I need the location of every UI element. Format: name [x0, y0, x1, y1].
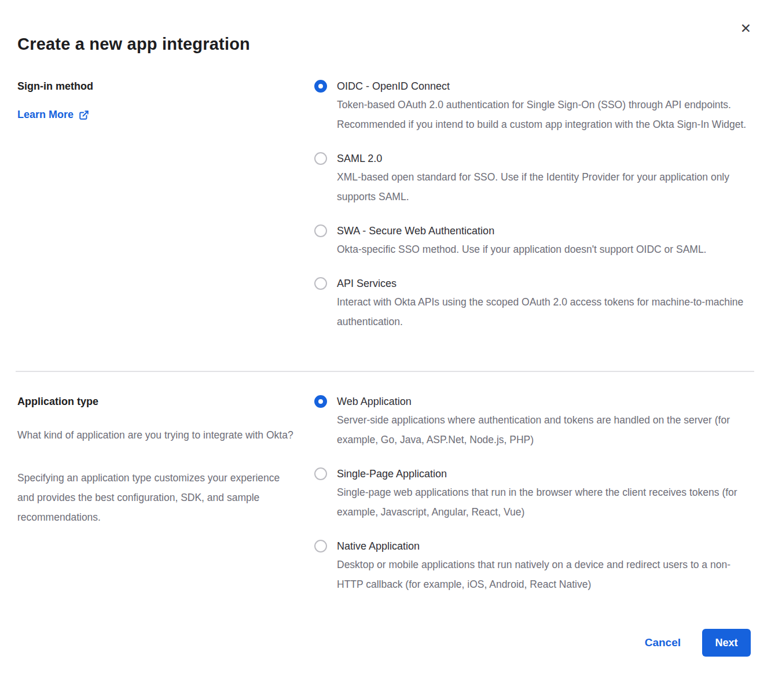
- option-web-application-label[interactable]: Web Application: [337, 395, 747, 409]
- option-native-application-description: Desktop or mobile applications that run …: [337, 555, 747, 594]
- option-saml-description: XML-based open standard for SSO. Use if …: [337, 167, 747, 207]
- learn-more-label: Learn More: [17, 109, 74, 121]
- signin-options: OIDC - OpenID Connect Token-based OAuth …: [314, 79, 751, 331]
- option-api-services: API Services Interact with Okta APIs usi…: [314, 277, 751, 331]
- option-api-services-description: Interact with Okta APIs using the scoped…: [337, 292, 747, 331]
- option-web-application-description: Server-side applications where authentic…: [337, 410, 747, 450]
- option-native-application-label[interactable]: Native Application: [337, 539, 747, 554]
- application-type-section: Application type What kind of applicatio…: [17, 395, 751, 594]
- option-spa: Single-Page Application Single-page web …: [314, 467, 751, 522]
- option-oidc-label[interactable]: OIDC - OpenID Connect: [337, 79, 747, 94]
- create-app-integration-modal: ✕ Create a new app integration Sign-in m…: [0, 0, 771, 700]
- apptype-options: Web Application Server-side applications…: [314, 395, 751, 594]
- page-title: Create a new app integration: [17, 0, 751, 54]
- cancel-button[interactable]: Cancel: [645, 636, 681, 649]
- option-swa-label[interactable]: SWA - Secure Web Authentication: [337, 224, 706, 238]
- next-button[interactable]: Next: [702, 629, 751, 657]
- option-spa-label[interactable]: Single-Page Application: [337, 467, 747, 481]
- application-type-heading: Application type: [17, 395, 295, 408]
- application-type-description-1: What kind of application are you trying …: [17, 425, 295, 445]
- option-swa-description: Okta-specific SSO method. Use if your ap…: [337, 240, 706, 259]
- option-web-application: Web Application Server-side applications…: [314, 395, 751, 450]
- option-oidc-description: Token-based OAuth 2.0 authentication for…: [337, 95, 747, 134]
- radio-oidc[interactable]: [314, 80, 327, 93]
- external-link-icon: [79, 110, 89, 120]
- radio-spa[interactable]: [314, 467, 327, 480]
- signin-method-heading: Sign-in method: [17, 79, 295, 93]
- option-saml-label[interactable]: SAML 2.0: [337, 152, 747, 166]
- application-type-description-2: Specifying an application type customize…: [17, 468, 295, 527]
- option-spa-description: Single-page web applications that run in…: [337, 482, 747, 522]
- section-divider: [16, 371, 754, 372]
- radio-native-application[interactable]: [314, 540, 327, 552]
- radio-api-services[interactable]: [314, 277, 327, 290]
- option-native-application: Native Application Desktop or mobile app…: [314, 539, 751, 594]
- learn-more-link[interactable]: Learn More: [17, 109, 89, 121]
- option-saml: SAML 2.0 XML-based open standard for SSO…: [314, 152, 751, 207]
- close-icon[interactable]: ✕: [740, 22, 751, 35]
- radio-web-application[interactable]: [314, 395, 327, 408]
- radio-saml[interactable]: [314, 152, 327, 165]
- option-api-services-label[interactable]: API Services: [337, 277, 747, 291]
- option-swa: SWA - Secure Web Authentication Okta-spe…: [314, 224, 751, 259]
- modal-footer: Cancel Next: [17, 629, 751, 657]
- radio-swa[interactable]: [314, 224, 327, 237]
- signin-method-section: Sign-in method Learn More OIDC - OpenID …: [17, 79, 751, 331]
- option-oidc: OIDC - OpenID Connect Token-based OAuth …: [314, 79, 751, 134]
